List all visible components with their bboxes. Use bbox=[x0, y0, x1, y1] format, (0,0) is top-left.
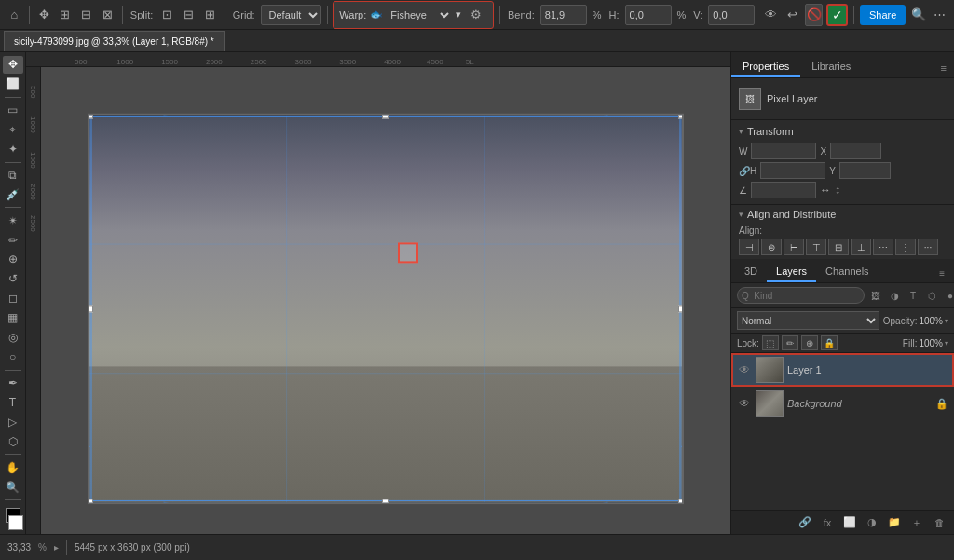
flip-h-button[interactable]: ↔ bbox=[820, 184, 831, 197]
filter-shape-btn[interactable]: ⬡ bbox=[923, 287, 940, 304]
background-color[interactable] bbox=[8, 515, 23, 530]
link-layers-btn[interactable]: 🔗 bbox=[796, 514, 814, 531]
warp-select[interactable]: Fisheye Arc Arc Lower Arc Upper Arch Bul… bbox=[387, 6, 452, 24]
align-top[interactable]: ⊤ bbox=[806, 239, 826, 255]
cancel-warp-button[interactable]: 🚫 bbox=[805, 4, 823, 26]
path-select-tool[interactable]: ▷ bbox=[3, 413, 23, 430]
filter-adjust-btn[interactable]: ◑ bbox=[886, 287, 903, 304]
brush-tool[interactable]: ✏ bbox=[3, 231, 23, 249]
align-center-v[interactable]: ⊟ bbox=[828, 239, 849, 255]
v-input[interactable] bbox=[708, 5, 755, 25]
more-button[interactable]: ⋯ bbox=[931, 4, 948, 26]
search-button[interactable]: 🔍 bbox=[909, 4, 927, 26]
split-v-button[interactable]: ⊟ bbox=[180, 4, 198, 26]
h-transform-input[interactable] bbox=[760, 162, 825, 179]
lock-pos-btn[interactable]: ✏ bbox=[782, 335, 798, 350]
h-input[interactable] bbox=[625, 5, 672, 25]
commit-warp-button[interactable]: ✓ bbox=[826, 4, 848, 26]
tab-layers[interactable]: Layers bbox=[767, 262, 816, 282]
grid-select[interactable]: Default bbox=[261, 5, 321, 25]
document-tab[interactable]: sicily-4793099.jpg @ 33,3% (Layer 1, RGB… bbox=[4, 31, 225, 51]
dodge-tool[interactable]: ○ bbox=[3, 348, 23, 366]
transform-header[interactable]: ▾ Transform bbox=[739, 126, 947, 137]
frame-button[interactable]: ⊞ bbox=[57, 4, 75, 26]
bend-input[interactable] bbox=[540, 5, 587, 25]
align-more[interactable]: ··· bbox=[918, 239, 938, 255]
shape-tool[interactable]: ⬡ bbox=[3, 432, 23, 450]
new-layer-btn[interactable]: + bbox=[907, 514, 926, 531]
tool-separator bbox=[5, 97, 21, 98]
new-adjustment-btn[interactable]: ◑ bbox=[863, 514, 881, 531]
grid-button[interactable]: ⊠ bbox=[99, 4, 116, 26]
add-mask-btn[interactable]: ⬜ bbox=[840, 514, 859, 531]
home-button[interactable]: ⌂ bbox=[6, 4, 23, 26]
canvas-wrapper[interactable] bbox=[41, 67, 730, 534]
layers-panel-menu[interactable]: ≡ bbox=[934, 265, 950, 282]
opacity-label: Opacity: bbox=[883, 316, 918, 326]
blend-mode-select[interactable]: Normal Multiply Screen Overlay bbox=[737, 311, 879, 330]
hand-tool[interactable]: ✋ bbox=[3, 458, 23, 476]
artboard-tool[interactable]: ⬜ bbox=[3, 75, 23, 93]
filter-smart-btn[interactable]: ● bbox=[942, 287, 954, 304]
split-h-button[interactable]: ⊡ bbox=[158, 4, 176, 26]
tab-libraries[interactable]: Libraries bbox=[800, 57, 862, 77]
new-group-btn[interactable]: 📁 bbox=[885, 514, 904, 531]
y-input[interactable] bbox=[839, 162, 891, 179]
transform-section: ▾ Transform W X 🔗 H Y ∠ ↔ ↕ bbox=[731, 120, 954, 205]
align-center-h[interactable]: ⊜ bbox=[761, 239, 782, 255]
bend-unit: % bbox=[593, 9, 602, 20]
x-input[interactable] bbox=[830, 143, 881, 159]
eraser-tool[interactable]: ◻ bbox=[3, 290, 23, 307]
panel-menu-button[interactable]: ≡ bbox=[934, 59, 954, 77]
layer1-visibility[interactable]: 👁 bbox=[737, 362, 752, 377]
text-tool[interactable]: T bbox=[3, 393, 23, 411]
w-input[interactable] bbox=[751, 143, 816, 159]
eyedropper-tool[interactable]: 💉 bbox=[3, 185, 23, 203]
magic-wand-tool[interactable]: ✦ bbox=[3, 141, 23, 158]
warp-settings-button[interactable]: ⚙ bbox=[465, 4, 487, 26]
align-left[interactable]: ⊣ bbox=[739, 239, 759, 255]
history-icon[interactable]: 👁 bbox=[762, 4, 780, 26]
warp-control-point[interactable] bbox=[398, 242, 418, 263]
columns-button[interactable]: ⊟ bbox=[77, 4, 95, 26]
lasso-tool[interactable]: ⌖ bbox=[3, 121, 23, 139]
gradient-tool[interactable]: ▦ bbox=[3, 309, 23, 327]
tab-properties[interactable]: Properties bbox=[731, 57, 800, 77]
lock-all-btn[interactable]: 🔒 bbox=[821, 335, 838, 350]
background-visibility[interactable]: 👁 bbox=[737, 396, 752, 411]
history-brush-tool[interactable]: ↺ bbox=[3, 270, 23, 288]
lock-pixels-btn[interactable]: ⬚ bbox=[762, 335, 779, 350]
opacity-dropdown[interactable]: ▾ bbox=[945, 317, 948, 325]
align-header[interactable]: ▾ Align and Distribute bbox=[739, 209, 947, 220]
split-grid-button[interactable]: ⊞ bbox=[201, 4, 219, 26]
layer-item-background[interactable]: 👁 Background 🔒 bbox=[731, 387, 954, 420]
flip-v-button[interactable]: ↕ bbox=[835, 184, 840, 197]
filter-pixel-btn[interactable]: 🖼 bbox=[867, 287, 884, 304]
tab-channels[interactable]: Channels bbox=[816, 262, 878, 282]
move-tool-button[interactable]: ✥ bbox=[35, 4, 53, 26]
align-dist-v[interactable]: ⋮ bbox=[895, 239, 916, 255]
share-button[interactable]: Share bbox=[860, 5, 906, 25]
zoom-tool[interactable]: 🔍 bbox=[3, 478, 23, 496]
tab-3d[interactable]: 3D bbox=[735, 262, 767, 282]
align-bottom[interactable]: ⊥ bbox=[851, 239, 871, 255]
delete-layer-btn[interactable]: 🗑 bbox=[930, 514, 948, 531]
clone-stamp-tool[interactable]: ⊕ bbox=[3, 251, 23, 268]
zoom-navigate-btn[interactable]: ▸ bbox=[54, 542, 59, 553]
align-dist-h[interactable]: ⋯ bbox=[873, 239, 893, 255]
filter-text-btn[interactable]: T bbox=[905, 287, 921, 304]
move-tool[interactable]: ✥ bbox=[3, 56, 23, 74]
crop-tool[interactable]: ⧉ bbox=[3, 166, 23, 184]
angle-input[interactable] bbox=[751, 182, 816, 198]
lock-artboard-btn[interactable]: ⊕ bbox=[801, 335, 818, 350]
add-fx-btn[interactable]: fx bbox=[818, 514, 837, 531]
spot-healing-tool[interactable]: ✴ bbox=[3, 212, 23, 229]
blur-tool[interactable]: ◎ bbox=[3, 329, 23, 347]
layers-search-input[interactable] bbox=[737, 287, 865, 304]
layer-item-layer1[interactable]: 👁 Layer 1 bbox=[731, 353, 954, 387]
fill-dropdown[interactable]: ▾ bbox=[945, 339, 948, 348]
pen-tool[interactable]: ✒ bbox=[3, 375, 23, 392]
align-right[interactable]: ⊢ bbox=[784, 239, 804, 255]
marquee-tool[interactable]: ▭ bbox=[3, 102, 23, 119]
undo-button[interactable]: ↩ bbox=[784, 4, 801, 26]
